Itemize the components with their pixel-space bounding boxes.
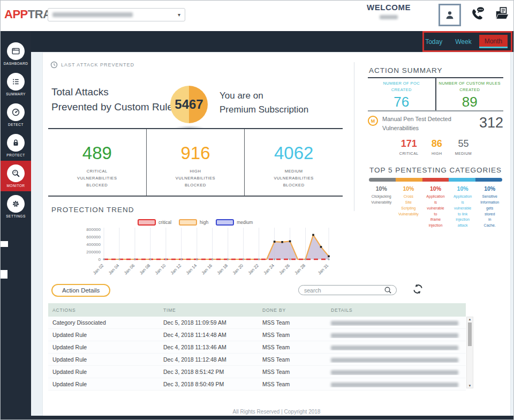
cell-details-redacted bbox=[327, 369, 466, 375]
scroll-up-icon[interactable]: ▲ bbox=[468, 317, 472, 321]
export-folder-icon bbox=[494, 6, 510, 22]
blocked-stats-bar: 489 CRITICAL VULNERABILITIES BLOCKED 916… bbox=[48, 128, 343, 197]
search-input[interactable] bbox=[303, 287, 384, 294]
svg-text:Jan 28: Jan 28 bbox=[294, 263, 307, 276]
stat-critical-blocked: 489 CRITICAL VULNERABILITIES BLOCKED bbox=[48, 129, 147, 196]
support-phone-button[interactable] bbox=[470, 6, 486, 24]
refresh-button[interactable] bbox=[412, 283, 424, 295]
cell-details-redacted bbox=[327, 356, 466, 363]
tab-week[interactable]: Week bbox=[450, 35, 477, 48]
segment-link-injection bbox=[449, 178, 475, 182]
top-header: APPTRANA ▾ WELCOME bbox=[1, 1, 513, 31]
svg-text:0: 0 bbox=[99, 257, 101, 262]
sidebar-item-protect[interactable]: PROTECT bbox=[1, 130, 31, 161]
category-clickjacking: 10% Clickjacking Vulnerability bbox=[368, 185, 395, 229]
cell-action: Updated Rule bbox=[48, 356, 159, 363]
total-attacks-label: Total Attacks Prevented by Custom Rule bbox=[51, 85, 173, 114]
bottom-bar bbox=[1, 416, 513, 419]
sidebar-item-label: DASHBOARD bbox=[4, 62, 28, 65]
subscription-text: You are on Premium Subscription bbox=[220, 89, 308, 116]
action-details-button[interactable]: Action Details bbox=[51, 284, 110, 297]
footer-copyright: All Rights Reserved | Copyright 2018 bbox=[43, 409, 510, 415]
svg-text:Jan 04: Jan 04 bbox=[108, 263, 120, 276]
sidebar-item-settings[interactable]: SETTINGS bbox=[1, 191, 31, 222]
cell-done-by: MSS Team bbox=[258, 319, 327, 326]
cell-action: Updated Rule bbox=[48, 332, 159, 338]
category-link-injection: 10% Application is vulnerable to link in… bbox=[449, 185, 477, 229]
scroll-down-icon[interactable]: ▼ bbox=[468, 384, 472, 388]
top5-categories: 10% Clickjacking Vulnerability 10% Cross… bbox=[368, 185, 503, 229]
top5-segment-bar bbox=[369, 178, 502, 182]
stat-high-blocked: 916 HIGH VULNERABILITIES BLOCKED bbox=[147, 129, 245, 196]
sidebar-item-summary[interactable]: SUMMARY bbox=[1, 69, 31, 100]
custom-rules-value: 89 bbox=[462, 94, 478, 110]
header-actions bbox=[439, 4, 510, 26]
custom-rules-label: NUMBER OF CUSTOM RULES CREATED bbox=[439, 80, 501, 93]
search-icon[interactable] bbox=[384, 286, 392, 294]
svg-text:Jan 31: Jan 31 bbox=[317, 263, 330, 276]
poc-value: 76 bbox=[394, 94, 409, 110]
svg-text:Jan 06: Jan 06 bbox=[123, 263, 136, 276]
svg-text:Jan 26: Jan 26 bbox=[278, 263, 291, 276]
site-selector-dropdown[interactable]: ▾ bbox=[48, 8, 185, 21]
svg-text:600000: 600000 bbox=[86, 235, 101, 239]
legend-swatch bbox=[216, 219, 234, 226]
severity-medium: 55 MEDIUM bbox=[455, 138, 472, 155]
legend-high[interactable]: high bbox=[179, 219, 208, 226]
col-done-by: DONE BY bbox=[258, 308, 327, 313]
clock-icon bbox=[50, 61, 58, 69]
cell-action: Category Dissociated bbox=[48, 319, 159, 326]
reports-export-button[interactable] bbox=[494, 6, 510, 24]
settings-gear-icon bbox=[7, 195, 25, 213]
site-domain-redacted bbox=[52, 12, 133, 17]
table-row[interactable]: Category Dissociated Dec 5, 2018 11:09:5… bbox=[48, 317, 466, 329]
tab-month[interactable]: Month bbox=[479, 35, 508, 48]
cell-done-by: MSS Team bbox=[258, 344, 327, 350]
welcome-block: WELCOME bbox=[354, 3, 424, 19]
col-time: TIME bbox=[159, 308, 258, 313]
monitor-search-icon bbox=[7, 164, 25, 182]
chevron-down-icon: ▾ bbox=[178, 12, 180, 18]
svg-text:Jan 22: Jan 22 bbox=[247, 263, 260, 276]
detect-gauge-icon bbox=[7, 103, 25, 121]
profile-button[interactable] bbox=[439, 4, 461, 26]
total-attacks-value: 5467 bbox=[175, 97, 203, 112]
sidebar-item-detect[interactable]: DETECT bbox=[1, 100, 31, 130]
table-row[interactable]: Updated Rule Dec 4, 2018 11:13:46 AM MSS… bbox=[48, 341, 466, 354]
svg-text:Jan 18: Jan 18 bbox=[216, 263, 229, 276]
table-row[interactable]: Updated Rule Dec 4, 2018 11:12:48 AM MSS… bbox=[48, 354, 466, 366]
table-row[interactable]: Updated Rule Dec 4, 2018 11:14:48 AM MSS… bbox=[48, 329, 466, 341]
user-icon bbox=[444, 9, 456, 21]
svg-text:Jan 20: Jan 20 bbox=[232, 263, 245, 276]
stat-medium-blocked: 4062 MEDIUM VULNERABILITIES BLOCKED bbox=[245, 129, 343, 196]
table-row[interactable]: Updated Rule Dec 3, 2018 8:50:49 PM MSS … bbox=[48, 378, 466, 391]
cell-time: Dec 3, 2018 8:51:42 PM bbox=[159, 369, 258, 375]
main-sidebar: DASHBOARD SUMMARY DETECT PROTECT MONITOR… bbox=[1, 31, 31, 419]
sidebar-item-label: SUMMARY bbox=[6, 92, 26, 96]
app-window: APPTRANA ▾ WELCOME bbox=[0, 0, 514, 420]
severity-counts-row: 171 CRITICAL 86 HIGH 55 MEDIUM bbox=[368, 138, 503, 155]
action-details-table: ACTIONS TIME DONE BY DETAILS Category Di… bbox=[48, 303, 466, 391]
cell-time: Dec 5, 2018 11:09:59 AM bbox=[159, 319, 258, 326]
top5-title: TOP 5 PENTESTING CATEGORIES bbox=[368, 166, 503, 174]
cell-time: Dec 3, 2018 8:50:49 PM bbox=[159, 381, 258, 387]
sidebar-item-label: DETECT bbox=[8, 123, 24, 126]
tab-today[interactable]: Today bbox=[420, 35, 448, 48]
sidebar-item-dashboard[interactable]: DASHBOARD bbox=[1, 39, 31, 69]
period-navbar: Today Week Month bbox=[1, 31, 513, 52]
table-scrollbar[interactable]: ▲ ▼ bbox=[466, 317, 473, 388]
svg-text:Jan 02: Jan 02 bbox=[92, 263, 105, 276]
legend-critical[interactable]: critical bbox=[138, 219, 171, 226]
cell-action: Updated Rule bbox=[48, 369, 159, 375]
severity-critical: 171 CRITICAL bbox=[399, 138, 419, 155]
dashboard-card: LAST ATTACK PREVENTED Total Attacks Prev… bbox=[42, 52, 511, 417]
sidebar-item-monitor[interactable]: MONITOR bbox=[1, 161, 31, 191]
cell-time: Dec 4, 2018 11:12:48 AM bbox=[159, 356, 258, 363]
render-artifact bbox=[1, 270, 7, 279]
logo-prefix: APP bbox=[4, 8, 28, 21]
cell-done-by: MSS Team bbox=[258, 381, 327, 387]
scroll-thumb[interactable] bbox=[468, 322, 472, 346]
cell-action: Updated Rule bbox=[48, 381, 159, 387]
legend-medium[interactable]: medium bbox=[216, 219, 253, 226]
table-row[interactable]: Updated Rule Dec 3, 2018 8:51:42 PM MSS … bbox=[48, 366, 466, 378]
